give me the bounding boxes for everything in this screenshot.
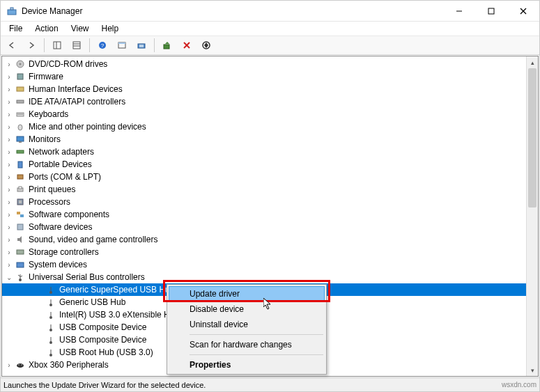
scroll-up-icon[interactable]: ▴ [527, 56, 538, 68]
context-menu-scan[interactable]: Scan for hardware changes [169, 337, 325, 352]
chevron-right-icon[interactable]: › [3, 86, 15, 93]
update-driver-button[interactable] [159, 37, 176, 54]
usb-device-icon [45, 297, 56, 308]
chevron-right-icon[interactable]: › [3, 148, 15, 156]
tree-label: USB Composite Device [59, 335, 146, 345]
tree-label: Ports (COM & LPT) [29, 172, 101, 182]
context-menu-properties[interactable]: Properties [169, 357, 325, 373]
tree-node[interactable]: ›Processors [2, 196, 538, 208]
chevron-right-icon[interactable]: › [3, 249, 15, 256]
svg-rect-32 [19, 141, 22, 143]
svg-marker-18 [165, 42, 169, 44]
tree-node[interactable]: ›Human Interface Devices [2, 83, 538, 95]
svg-point-30 [18, 125, 22, 130]
chevron-right-icon[interactable]: › [3, 224, 15, 231]
tree-node[interactable]: ›DVD/CD-ROM drives [2, 58, 538, 70]
watermark: wsxdn.com [502, 381, 537, 389]
scan-button[interactable] [133, 37, 150, 54]
svg-rect-35 [17, 175, 23, 179]
tree-label: IDE ATA/ATAPI controllers [29, 97, 125, 107]
chevron-right-icon[interactable]: › [3, 198, 15, 206]
tree-label: Processors [29, 197, 70, 207]
scroll-thumb[interactable] [528, 68, 537, 207]
help-button[interactable]: ? [94, 37, 111, 54]
context-menu-uninstall-device[interactable]: Uninstall device [169, 317, 325, 332]
chevron-right-icon[interactable]: › [3, 73, 15, 81]
tree-node-usb[interactable]: ⌄Universal Serial Bus controllers [2, 271, 538, 283]
svg-marker-22 [204, 42, 208, 48]
svg-rect-27 [17, 100, 24, 103]
tree-node[interactable]: ›Software components [2, 208, 538, 221]
context-menu-update-driver[interactable]: Update driver [169, 286, 325, 301]
sound-icon [15, 234, 26, 245]
uninstall-button[interactable] [178, 37, 195, 54]
chevron-right-icon[interactable]: › [3, 98, 15, 106]
tree-node[interactable]: ›Firmware [2, 70, 538, 83]
maximize-button[interactable] [475, 1, 507, 22]
chevron-right-icon[interactable]: › [3, 111, 15, 118]
show-hide-tree-button[interactable] [49, 37, 65, 54]
svg-rect-26 [17, 87, 24, 91]
tree-node[interactable]: ›Monitors [2, 133, 538, 146]
tree-label: Mice and other pointing devices [29, 122, 146, 132]
tree-label: Portable Devices [29, 159, 92, 169]
menu-view[interactable]: View [65, 22, 95, 35]
menubar: File Action View Help [1, 22, 539, 36]
port-icon [15, 171, 26, 182]
menu-action[interactable]: Action [29, 22, 63, 35]
scroll-down-icon[interactable]: ▾ [527, 364, 538, 376]
chevron-down-icon[interactable]: ⌄ [3, 274, 15, 281]
tree-label: DVD/CD-ROM drives [29, 59, 107, 69]
chevron-right-icon[interactable]: › [3, 173, 15, 181]
chevron-right-icon[interactable]: › [3, 361, 15, 369]
tree-label: System devices [29, 260, 87, 269]
svg-rect-0 [8, 10, 16, 15]
menu-help[interactable]: Help [96, 22, 125, 35]
svg-point-62 [17, 363, 24, 368]
ide-icon [15, 96, 26, 107]
tree-node[interactable]: ›Storage controllers [2, 246, 538, 258]
chevron-right-icon[interactable]: › [3, 161, 15, 168]
minimize-button[interactable] [443, 1, 475, 22]
chevron-right-icon[interactable]: › [3, 136, 15, 143]
menu-file[interactable]: File [3, 22, 28, 35]
svg-rect-25 [17, 74, 23, 79]
chevron-right-icon[interactable]: › [3, 186, 15, 194]
tree-node[interactable]: ›Keyboards [2, 108, 538, 120]
svg-point-64 [21, 364, 22, 366]
tree-node[interactable]: ›Sound, video and game controllers [2, 233, 538, 246]
chevron-right-icon[interactable]: › [3, 261, 15, 269]
action-button[interactable] [114, 37, 130, 54]
properties-button[interactable] [68, 37, 85, 54]
chevron-right-icon[interactable]: › [3, 211, 15, 219]
tree-label: Print queues [29, 185, 75, 194]
svg-rect-40 [17, 212, 20, 214]
close-button[interactable] [507, 1, 539, 22]
tree-node[interactable]: ›Ports (COM & LPT) [2, 171, 538, 183]
tree-node[interactable]: ›Portable Devices [2, 158, 538, 171]
tree-node[interactable]: ›Network adapters [2, 146, 538, 158]
forward-button[interactable] [23, 37, 40, 54]
toolbar-separator [89, 38, 90, 52]
chevron-right-icon[interactable]: › [3, 123, 15, 131]
printer-icon [15, 184, 26, 195]
tree-node[interactable]: ›Software devices [2, 221, 538, 233]
tree-node[interactable]: ›IDE ATA/ATAPI controllers [2, 95, 538, 108]
context-menu-disable-device[interactable]: Disable device [169, 301, 325, 317]
chevron-right-icon[interactable]: › [3, 236, 15, 244]
window-controls [443, 1, 539, 22]
back-button[interactable] [3, 37, 20, 54]
xbox-icon [15, 359, 26, 370]
tree-label: Universal Serial Bus controllers [29, 272, 145, 282]
context-menu-separator [190, 334, 323, 335]
chevron-right-icon[interactable]: › [3, 61, 15, 68]
disable-button[interactable] [198, 37, 215, 54]
vertical-scrollbar[interactable]: ▴ ▾ [526, 56, 538, 376]
tree-node[interactable]: ›Print queues [2, 183, 538, 196]
tree-label: Generic USB Hub [59, 297, 125, 307]
tree-node[interactable]: ›Mice and other pointing devices [2, 120, 538, 133]
svg-rect-33 [17, 150, 24, 153]
storage-icon [15, 246, 26, 258]
tree-node[interactable]: ›System devices [2, 258, 538, 271]
softdev-icon [15, 221, 26, 233]
